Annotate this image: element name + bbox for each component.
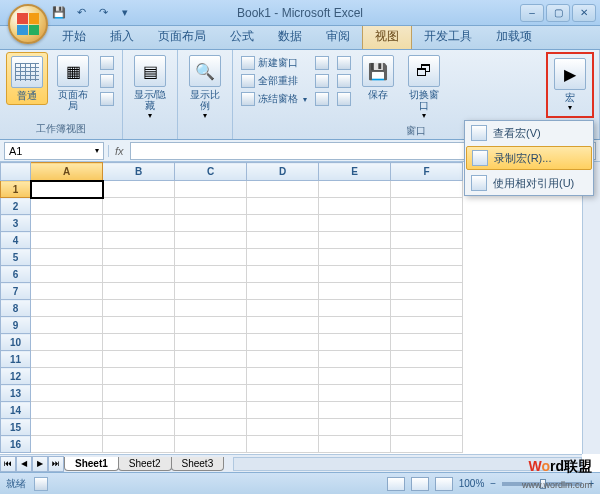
hide-button[interactable] [313,73,331,89]
cell[interactable] [247,368,319,385]
cell[interactable] [103,419,175,436]
cell[interactable] [247,232,319,249]
sheet-nav-last[interactable]: ⏭ [48,456,64,472]
cell[interactable] [391,334,463,351]
menu-view-macros[interactable]: 查看宏(V) [465,121,593,145]
row-header[interactable]: 5 [1,249,31,266]
cell[interactable] [391,232,463,249]
cell[interactable] [175,385,247,402]
sheet-tab-1[interactable]: Sheet1 [64,457,119,471]
cell[interactable] [31,419,103,436]
cell[interactable] [103,351,175,368]
cell[interactable] [319,351,391,368]
name-box[interactable]: A1 ▾ [4,142,104,160]
cell[interactable] [31,266,103,283]
cell[interactable] [175,436,247,453]
freeze-panes-button[interactable]: 冻结窗格▾ [239,91,309,107]
cell[interactable] [391,198,463,215]
cell[interactable] [31,283,103,300]
cell[interactable] [391,283,463,300]
tab-developer[interactable]: 开发工具 [412,24,484,49]
row-header[interactable]: 8 [1,300,31,317]
macro-record-status-icon[interactable] [34,477,48,491]
row-header[interactable]: 10 [1,334,31,351]
cell[interactable] [31,334,103,351]
cell[interactable] [103,436,175,453]
cell[interactable] [247,385,319,402]
column-header[interactable]: C [175,163,247,181]
cell[interactable] [31,351,103,368]
cell[interactable] [103,368,175,385]
cell[interactable] [31,181,103,198]
fullscreen-button[interactable] [98,91,116,107]
cell[interactable] [247,198,319,215]
tab-addins[interactable]: 加载项 [484,24,544,49]
row-header[interactable]: 16 [1,436,31,453]
column-header[interactable]: F [391,163,463,181]
cell[interactable] [247,402,319,419]
normal-view-status-button[interactable] [387,477,405,491]
cell[interactable] [319,436,391,453]
cell[interactable] [391,300,463,317]
cell[interactable] [31,385,103,402]
cell[interactable] [175,198,247,215]
cell[interactable] [175,351,247,368]
row-header[interactable]: 15 [1,419,31,436]
cell[interactable] [391,181,463,198]
cell[interactable] [247,436,319,453]
cell[interactable] [175,317,247,334]
cell[interactable] [103,334,175,351]
unhide-button[interactable] [313,91,331,107]
pagelayout-view-button[interactable]: ▦ 页面布局 [52,52,94,114]
minimize-button[interactable]: – [520,4,544,22]
cell[interactable] [319,266,391,283]
pagelayout-status-button[interactable] [411,477,429,491]
cell[interactable] [103,198,175,215]
cell[interactable] [247,181,319,198]
reset-pos-button[interactable] [335,91,353,107]
cell[interactable] [319,317,391,334]
tab-home[interactable]: 开始 [50,24,98,49]
row-header[interactable]: 1 [1,181,31,198]
sync-scroll-button[interactable] [335,73,353,89]
cell[interactable] [31,198,103,215]
cell[interactable] [31,232,103,249]
tab-review[interactable]: 审阅 [314,24,362,49]
cell[interactable] [103,232,175,249]
redo-icon[interactable]: ↷ [94,4,112,22]
sheet-tab-2[interactable]: Sheet2 [118,457,172,471]
row-header[interactable]: 14 [1,402,31,419]
cell[interactable] [31,215,103,232]
cell[interactable] [175,181,247,198]
cell[interactable] [103,317,175,334]
cell[interactable] [319,198,391,215]
cell[interactable] [247,300,319,317]
row-header[interactable]: 11 [1,351,31,368]
save-workspace-button[interactable]: 💾 保存 [357,52,399,103]
office-button[interactable] [8,4,48,44]
cell[interactable] [319,334,391,351]
column-header[interactable]: D [247,163,319,181]
cell[interactable] [391,385,463,402]
cell[interactable] [31,402,103,419]
cell[interactable] [175,368,247,385]
macros-button[interactable]: ▶ 宏 ▾ [549,55,591,115]
cell[interactable] [319,300,391,317]
cell[interactable] [319,283,391,300]
normal-view-button[interactable]: 普通 [6,52,48,105]
cell[interactable] [31,436,103,453]
cell[interactable] [175,266,247,283]
sheet-nav-next[interactable]: ▶ [32,456,48,472]
restore-button[interactable]: ▢ [546,4,570,22]
zoom-button[interactable]: 🔍 显示比例 ▾ [184,52,226,123]
arrange-all-button[interactable]: 全部重排 [239,73,309,89]
select-all-corner[interactable] [1,163,31,181]
new-window-button[interactable]: 新建窗口 [239,55,309,71]
row-header[interactable]: 9 [1,317,31,334]
row-header[interactable]: 12 [1,368,31,385]
cell[interactable] [103,283,175,300]
cell[interactable] [103,215,175,232]
tab-formulas[interactable]: 公式 [218,24,266,49]
zoom-out-button[interactable]: − [490,478,496,489]
cell[interactable] [319,385,391,402]
